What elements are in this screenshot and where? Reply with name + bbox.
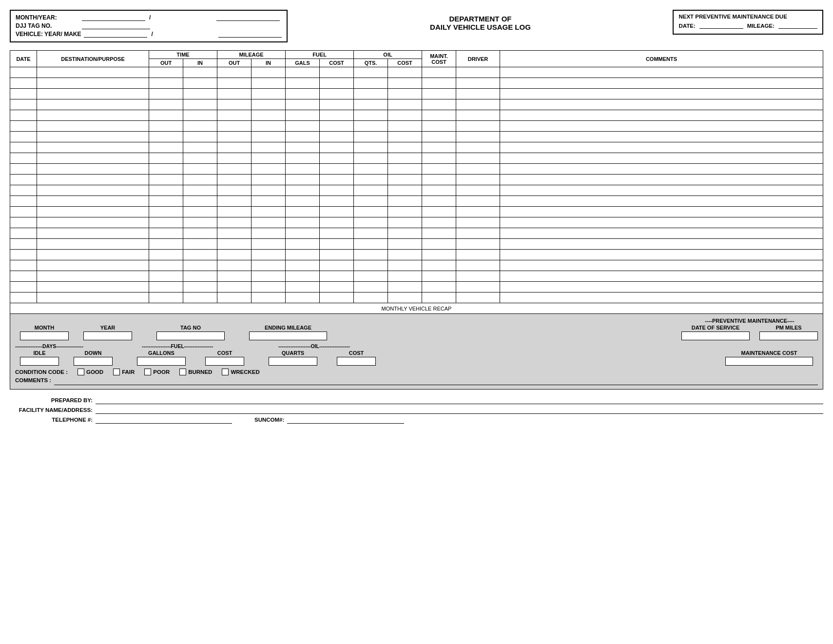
table-row-21-col-12[interactable] — [456, 282, 500, 293]
table-row-8-col-8[interactable] — [320, 142, 354, 153]
table-row-11-col-13[interactable] — [500, 175, 823, 185]
table-row-19-col-2[interactable] — [37, 260, 149, 271]
table-row-20-col-5[interactable] — [217, 271, 252, 282]
table-row-11-col-7[interactable] — [286, 175, 320, 185]
table-row-22-col-5[interactable] — [217, 293, 252, 303]
table-row-20-col-6[interactable] — [252, 271, 286, 282]
table-row-2-col-12[interactable] — [456, 78, 500, 89]
table-row-8-col-3[interactable] — [149, 142, 183, 153]
table-row-1-col-8[interactable] — [320, 67, 354, 78]
table-row-8-col-9[interactable] — [354, 142, 388, 153]
recap-comments-field[interactable] — [54, 377, 818, 385]
table-row-8-col-6[interactable] — [252, 142, 286, 153]
table-row-7-col-8[interactable] — [320, 132, 354, 142]
table-row-13-col-12[interactable] — [456, 196, 500, 207]
table-row-1-col-5[interactable] — [217, 67, 252, 78]
table-row-3-col-2[interactable] — [37, 89, 149, 99]
table-row-4-col-3[interactable] — [149, 99, 183, 110]
table-row-6-col-4[interactable] — [183, 121, 217, 132]
table-row-17-col-11[interactable] — [422, 239, 456, 250]
table-row-4-col-12[interactable] — [456, 99, 500, 110]
table-row-16-col-8[interactable] — [320, 228, 354, 239]
table-row-19-col-8[interactable] — [320, 260, 354, 271]
table-row-5-col-5[interactable] — [217, 110, 252, 121]
table-row-18-col-9[interactable] — [354, 250, 388, 260]
table-row-19-col-5[interactable] — [217, 260, 252, 271]
table-row-1-col-4[interactable] — [183, 67, 217, 78]
table-row-16-col-4[interactable] — [183, 228, 217, 239]
table-row-11-col-6[interactable] — [252, 175, 286, 185]
table-row-21-col-10[interactable] — [388, 282, 422, 293]
table-row-1-col-11[interactable] — [422, 67, 456, 78]
table-row-9-col-3[interactable] — [149, 153, 183, 164]
table-row-2-col-4[interactable] — [183, 78, 217, 89]
table-row-6-col-6[interactable] — [252, 121, 286, 132]
table-row-12-col-12[interactable] — [456, 185, 500, 196]
table-row-21-col-9[interactable] — [354, 282, 388, 293]
table-row-3-col-5[interactable] — [217, 89, 252, 99]
table-row-20-col-12[interactable] — [456, 271, 500, 282]
table-row-12-col-11[interactable] — [422, 185, 456, 196]
table-row-9-col-7[interactable] — [286, 153, 320, 164]
table-row-19-col-1[interactable] — [10, 260, 37, 271]
table-row-22-col-11[interactable] — [422, 293, 456, 303]
table-row-7-col-3[interactable] — [149, 132, 183, 142]
table-row-3-col-12[interactable] — [456, 89, 500, 99]
table-row-5-col-11[interactable] — [422, 110, 456, 121]
table-row-14-col-11[interactable] — [422, 207, 456, 217]
poor-checkbox[interactable] — [144, 369, 151, 375]
table-row-20-col-3[interactable] — [149, 271, 183, 282]
table-row-19-col-6[interactable] — [252, 260, 286, 271]
table-row-2-col-7[interactable] — [286, 78, 320, 89]
table-row-20-col-11[interactable] — [422, 271, 456, 282]
table-row-14-col-1[interactable] — [10, 207, 37, 217]
pm-mileage-field[interactable] — [778, 22, 817, 29]
year-recap-field[interactable] — [83, 332, 132, 340]
table-row-13-col-10[interactable] — [388, 196, 422, 207]
table-row-17-col-3[interactable] — [149, 239, 183, 250]
table-row-11-col-11[interactable] — [422, 175, 456, 185]
table-row-2-col-8[interactable] — [320, 78, 354, 89]
table-row-1-col-9[interactable] — [354, 67, 388, 78]
table-row-13-col-1[interactable] — [10, 196, 37, 207]
djj-tag-field[interactable] — [82, 22, 150, 29]
table-row-20-col-10[interactable] — [388, 271, 422, 282]
table-row-14-col-2[interactable] — [37, 207, 149, 217]
table-row-5-col-1[interactable] — [10, 110, 37, 121]
table-row-22-col-1[interactable] — [10, 293, 37, 303]
table-row-15-col-8[interactable] — [320, 217, 354, 228]
table-row-22-col-7[interactable] — [286, 293, 320, 303]
table-row-6-col-11[interactable] — [422, 121, 456, 132]
table-row-5-col-6[interactable] — [252, 110, 286, 121]
table-row-17-col-5[interactable] — [217, 239, 252, 250]
table-row-7-col-13[interactable] — [500, 132, 823, 142]
table-row-17-col-8[interactable] — [320, 239, 354, 250]
table-row-16-col-6[interactable] — [252, 228, 286, 239]
table-row-8-col-4[interactable] — [183, 142, 217, 153]
table-row-4-col-9[interactable] — [354, 99, 388, 110]
table-row-1-col-2[interactable] — [37, 67, 149, 78]
table-row-19-col-10[interactable] — [388, 260, 422, 271]
table-row-13-col-11[interactable] — [422, 196, 456, 207]
table-row-12-col-2[interactable] — [37, 185, 149, 196]
fair-checkbox[interactable] — [113, 369, 120, 375]
table-row-5-col-7[interactable] — [286, 110, 320, 121]
table-row-1-col-1[interactable] — [10, 67, 37, 78]
table-row-18-col-2[interactable] — [37, 250, 149, 260]
table-row-15-col-10[interactable] — [388, 217, 422, 228]
table-row-18-col-7[interactable] — [286, 250, 320, 260]
table-row-7-col-11[interactable] — [422, 132, 456, 142]
pm-date-field[interactable] — [699, 22, 743, 29]
table-row-18-col-11[interactable] — [422, 250, 456, 260]
table-row-21-col-4[interactable] — [183, 282, 217, 293]
table-row-9-col-9[interactable] — [354, 153, 388, 164]
table-row-15-col-7[interactable] — [286, 217, 320, 228]
table-row-17-col-2[interactable] — [37, 239, 149, 250]
table-row-12-col-10[interactable] — [388, 185, 422, 196]
table-row-9-col-6[interactable] — [252, 153, 286, 164]
table-row-3-col-4[interactable] — [183, 89, 217, 99]
table-row-3-col-1[interactable] — [10, 89, 37, 99]
table-row-5-col-13[interactable] — [500, 110, 823, 121]
table-row-4-col-13[interactable] — [500, 99, 823, 110]
table-row-6-col-12[interactable] — [456, 121, 500, 132]
